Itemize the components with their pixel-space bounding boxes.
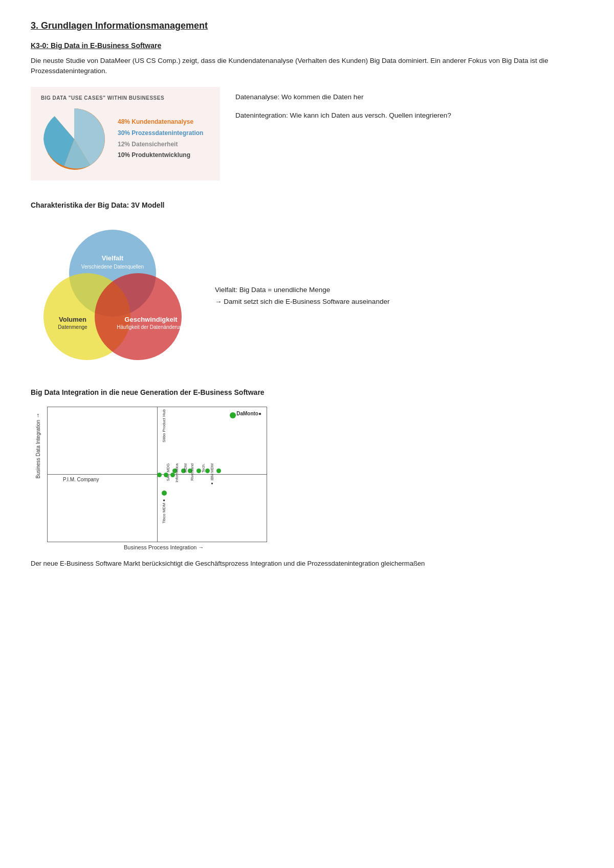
- riversand-dot: [196, 469, 201, 473]
- tech-dot: [205, 469, 210, 473]
- stibo-label: Stibo Product Hub: [162, 409, 166, 442]
- pim-dot-3: [170, 473, 175, 477]
- chart-legend: 48% Kundendatenanalyse 30% Prozessdateni…: [118, 117, 203, 161]
- tibco-dot: [162, 491, 167, 496]
- section-subtitle: K3-0: Big Data in E-Business Software: [31, 41, 583, 50]
- right-notes: Datenanalyse: Wo kommen die Daten her Da…: [235, 87, 451, 181]
- informatica-label: Informatica: [174, 463, 179, 482]
- integration-chart: P.I.M. Company Stibo Product Hub DaMonto…: [47, 407, 267, 542]
- sap-label: SAP MDG: [166, 463, 170, 481]
- pim-dot-1: [157, 473, 162, 477]
- legend-item-2: 30% Prozessdatenintegration: [118, 128, 203, 139]
- mdm-label: MDM: [183, 463, 188, 473]
- integration-title: Big Data Integration in die neue Generat…: [31, 388, 583, 396]
- venn-section: Vielfalt Verschiedene Datenquellen Volum…: [31, 219, 583, 363]
- svg-text:Datenmenge: Datenmenge: [58, 324, 87, 330]
- ibm-label: ● IBM MDM: [210, 463, 214, 486]
- x-axis-wrapper: Business Process Integration →: [47, 544, 583, 550]
- y-axis-arrow: ↑: [36, 412, 39, 419]
- chart-box-title: BIG DATA "USE CASES" WITHIN BUSINESSES: [41, 95, 210, 101]
- venn-note-1: Vielfalt: Big Data = unendliche Menge: [215, 284, 389, 296]
- svg-text:Volumen: Volumen: [59, 316, 86, 323]
- pim-label: P.I.M. Company: [63, 477, 99, 482]
- intro-paragraph: Die neuste Studie von DataMeer (US CS Co…: [31, 56, 583, 77]
- chart-inner: 48% Kundendatenanalyse 30% Prozessdateni…: [41, 106, 210, 172]
- svg-text:Häufigkeit der Datenänderung: Häufigkeit der Datenänderung: [117, 324, 185, 330]
- legend-item-3: 12% Datensicherheit: [118, 139, 203, 150]
- right-note-2: Datenintegration: Wie kann ich Daten aus…: [235, 110, 451, 121]
- footer-text: Der neue E-Business Software Markt berüc…: [31, 559, 583, 569]
- venn-section-wrapper: Charakteristika der Big Data: 3V Modell …: [31, 201, 583, 363]
- ibm-dot: [216, 469, 221, 473]
- y-axis-label: Business Data Integration: [35, 420, 41, 479]
- venn-note-2: → Damit setzt sich die E-Business Softwa…: [215, 296, 389, 308]
- svg-text:Geschwindigkeit: Geschwindigkeit: [124, 316, 178, 323]
- riversand-label: Riversand: [190, 463, 194, 481]
- legend-item-1: 48% Kundendatenanalyse: [118, 117, 203, 128]
- big-data-section: BIG DATA "USE CASES" WITHIN BUSINESSES: [31, 87, 583, 181]
- pie-chart: [41, 106, 107, 172]
- page-title: 3. Grundlagen Informationsmanagement: [31, 20, 583, 31]
- integration-section: Big Data Integration in die neue Generat…: [31, 388, 583, 569]
- venn-diagram: Vielfalt Verschiedene Datenquellen Volum…: [31, 219, 194, 363]
- venn-notes: Vielfalt: Big Data = unendliche Menge → …: [215, 274, 389, 308]
- venn-title: Charakteristika der Big Data: 3V Modell: [31, 201, 583, 209]
- svg-text:Vielfalt: Vielfalt: [102, 254, 124, 262]
- right-note-1: Datenanalyse: Wo kommen die Daten her: [235, 92, 451, 102]
- x-axis-label: Business Process Integration →: [124, 544, 204, 550]
- damonto-label: DaMonto●: [236, 411, 261, 416]
- damonto-dot: [230, 412, 236, 418]
- svg-text:Verschiedene Datenquellen: Verschiedene Datenquellen: [81, 264, 144, 270]
- tibco-label: Tibco MDM●: [162, 498, 166, 524]
- chart-box: BIG DATA "USE CASES" WITHIN BUSINESSES: [31, 87, 220, 181]
- legend-item-4: 10% Produktentwicklung: [118, 150, 203, 161]
